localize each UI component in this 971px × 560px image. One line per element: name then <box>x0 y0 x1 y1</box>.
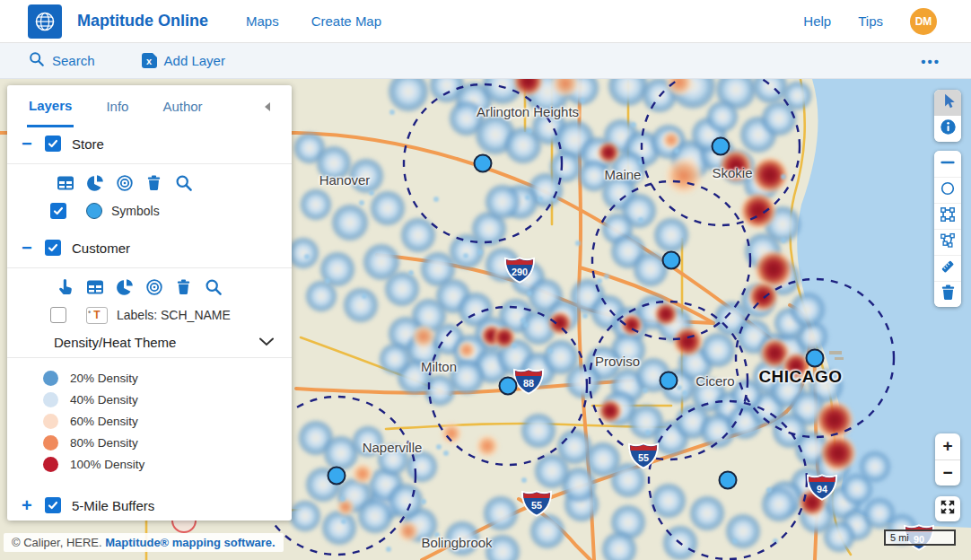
info-icon <box>940 118 957 139</box>
table-icon[interactable] <box>85 277 104 296</box>
zoom-out-button[interactable]: − <box>935 460 960 486</box>
tab-author[interactable]: Author <box>161 87 204 126</box>
bullseye-icon[interactable] <box>144 277 163 296</box>
fullscreen-button[interactable] <box>935 496 960 521</box>
nav-tips[interactable]: Tips <box>858 13 883 29</box>
pie-chart-icon[interactable] <box>85 173 104 192</box>
customer-checkbox[interactable] <box>45 240 61 256</box>
rect-select-tool-button[interactable] <box>934 203 961 229</box>
interstate-shield-55: 55 <box>628 442 660 473</box>
bullseye-icon[interactable] <box>115 173 134 192</box>
polygon-select-icon <box>940 232 956 252</box>
svg-text:88: 88 <box>523 378 534 389</box>
trash-icon[interactable] <box>174 277 193 296</box>
legend-item: 80% Density <box>7 432 292 453</box>
store-marker[interactable] <box>719 471 738 490</box>
tab-info[interactable]: Info <box>104 87 130 126</box>
line-tool-tool-button[interactable] <box>934 151 961 177</box>
map-mode-tools <box>934 90 961 142</box>
buffers-layer-label: 5-Mile Buffers <box>72 498 154 513</box>
store-checkbox[interactable] <box>45 136 61 152</box>
pie-chart-icon[interactable] <box>115 277 134 296</box>
density-theme-dropdown[interactable]: Density/Heat Theme <box>7 328 292 354</box>
svg-text:55: 55 <box>638 452 649 463</box>
maptitude-online-app: 2908855559490Arlington HeightsHanoverMai… <box>0 0 971 560</box>
trash-tool-button[interactable] <box>934 281 961 307</box>
fullscreen-icon <box>940 499 956 519</box>
customer-labels-row: T Labels: SCH_NAME <box>7 302 292 328</box>
panel-tabs: Layers Info Author <box>7 85 292 127</box>
legend-swatch <box>43 457 58 472</box>
trash-icon <box>940 284 957 305</box>
search-label: Search <box>52 53 95 68</box>
legend-swatch <box>43 414 58 429</box>
svg-text:55: 55 <box>531 500 542 511</box>
legend-label: 100% Density <box>70 458 144 471</box>
search-icon[interactable] <box>174 173 193 192</box>
svg-text:94: 94 <box>817 484 827 494</box>
search-icon[interactable] <box>204 277 223 296</box>
symbols-swatch <box>86 203 102 219</box>
interstate-shield-94: 94 <box>807 474 838 504</box>
trash-icon[interactable] <box>144 173 163 192</box>
cursor-tool-button[interactable] <box>934 90 961 116</box>
store-marker[interactable] <box>328 467 346 486</box>
collapse-store-icon[interactable]: − <box>22 136 41 152</box>
interstate-shield-55: 55 <box>521 490 553 521</box>
collapse-customer-icon[interactable]: − <box>22 240 41 256</box>
collapse-panel-icon[interactable] <box>263 100 272 116</box>
store-marker[interactable] <box>712 137 730 156</box>
info-tool-button[interactable] <box>934 116 961 142</box>
legend-label: 40% Density <box>70 393 138 407</box>
legend-swatch <box>43 371 58 386</box>
labels-field-label: Labels: SCH_NAME <box>117 308 231 322</box>
add-layer-file-icon: x <box>142 53 157 68</box>
legend-swatch <box>43 435 58 451</box>
nav-help[interactable]: Help <box>803 13 831 29</box>
user-avatar[interactable]: DM <box>910 8 937 35</box>
hand-pointer-icon[interactable] <box>56 277 74 296</box>
labels-checkbox[interactable] <box>50 307 66 323</box>
attribution-text: © Caliper, HERE. <box>12 536 105 549</box>
city-label-arlington-heights: Arlington Heights <box>477 104 579 119</box>
circle-tool-tool-button[interactable] <box>934 177 961 203</box>
ruler-tool-button[interactable] <box>934 255 961 281</box>
circle-tool-icon <box>940 180 956 200</box>
table-icon[interactable] <box>56 173 74 192</box>
zoom-in-button[interactable]: + <box>935 433 960 460</box>
customer-tools-row <box>7 272 292 302</box>
city-label-hanover: Hanover <box>319 172 371 188</box>
city-label-bolingbrook: Bolingbrook <box>421 535 492 550</box>
city-label-cicero: Cicero <box>695 373 734 389</box>
polygon-select-tool-button[interactable] <box>934 229 961 255</box>
store-tools-row <box>7 168 292 197</box>
layer-row-customer: − Customer <box>7 232 292 264</box>
expand-buffers-icon[interactable]: + <box>22 497 41 513</box>
density-theme-label: Density/Heat Theme <box>54 335 176 350</box>
buffers-checkbox[interactable] <box>45 497 61 513</box>
store-marker[interactable] <box>499 377 518 396</box>
tab-layers[interactable]: Layers <box>27 86 74 127</box>
interstate-shield-88: 88 <box>513 368 545 398</box>
city-label-maine: Maine <box>605 167 642 182</box>
city-label-milton: Milton <box>421 359 457 374</box>
legend-item: 40% Density <box>7 389 292 410</box>
attribution-link[interactable]: Maptitude® mapping software. <box>105 536 275 549</box>
store-marker[interactable] <box>474 154 493 173</box>
map-scale-bar: 5 mi <box>884 529 956 546</box>
add-layer-button[interactable]: x Add Layer <box>142 53 225 68</box>
customer-layer-label: Customer <box>72 241 130 256</box>
symbols-checkbox[interactable] <box>50 203 66 219</box>
store-marker[interactable] <box>660 372 678 390</box>
layer-row-store: − Store <box>7 127 292 160</box>
nav-maps[interactable]: Maps <box>246 13 279 29</box>
more-options-icon[interactable]: ••• <box>921 54 940 69</box>
map-toolbar: Search x Add Layer ••• <box>0 43 971 79</box>
add-layer-label: Add Layer <box>164 53 225 68</box>
store-marker[interactable] <box>806 349 825 368</box>
search-icon <box>29 51 45 70</box>
search-button[interactable]: Search <box>29 51 95 70</box>
store-marker[interactable] <box>662 251 681 270</box>
maptitude-logo-icon <box>28 4 62 39</box>
nav-create-map[interactable]: Create Map <box>311 13 381 29</box>
